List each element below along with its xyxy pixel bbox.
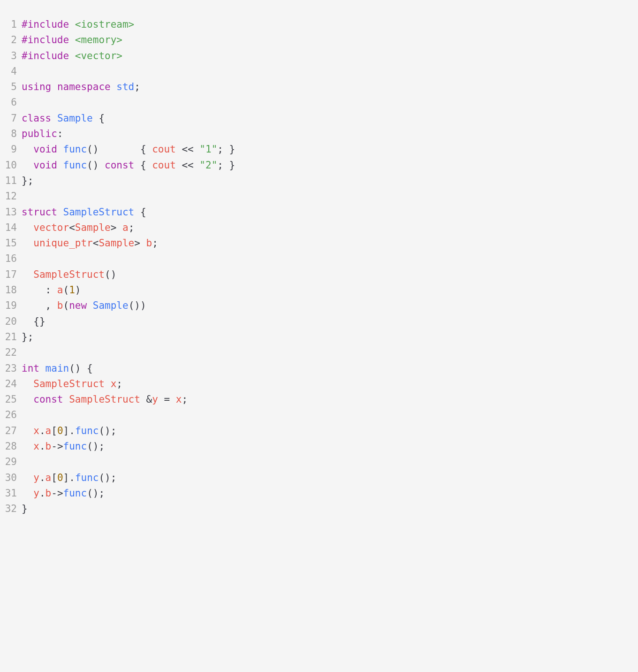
code-line: 1#include <iostream> [0, 17, 638, 32]
token-cls: std [116, 81, 134, 92]
token-str: <iostream> [75, 19, 134, 30]
token-pun: [ [51, 472, 57, 483]
token-pun: ]. [63, 425, 75, 436]
token-pun [22, 441, 33, 452]
token-var: a [46, 425, 52, 436]
code-content: #include <iostream> [22, 17, 638, 32]
token-var: b [46, 488, 52, 499]
code-content [22, 64, 638, 79]
code-line: 10 void func() const { cout << "2"; } [0, 158, 638, 173]
token-pun: {} [22, 316, 46, 327]
token-kw: public [22, 128, 57, 139]
line-number: 3 [0, 48, 22, 64]
token-kw: #include [22, 19, 69, 30]
code-line: 22 [0, 345, 638, 360]
code-content: #include <memory> [22, 32, 638, 48]
token-fn: main [46, 363, 69, 374]
token-pun [51, 113, 57, 124]
token-pun: ; } [217, 160, 235, 171]
code-line: 30 y.a[0].func(); [0, 470, 638, 486]
code-line: 7class Sample { [0, 111, 638, 126]
token-pun: ; [129, 222, 135, 233]
line-number: 25 [0, 392, 22, 407]
code-content: const SampleStruct &y = x; [22, 392, 638, 407]
line-number: 21 [0, 329, 22, 345]
token-pun: { [93, 113, 105, 124]
token-var: a [46, 472, 52, 483]
token-var: x [176, 394, 182, 405]
token-var: SampleStruct [33, 378, 105, 389]
token-pun: . [39, 425, 46, 436]
token-kw: #include [22, 50, 69, 61]
token-str: <memory> [75, 34, 122, 46]
token-pun [69, 50, 75, 61]
token-fn: func [75, 425, 99, 436]
code-content: x.a[0].func(); [22, 423, 638, 439]
code-line: 16 [0, 251, 638, 267]
token-var: b [57, 300, 63, 311]
token-var: b [46, 441, 52, 452]
code-content: void func() const { cout << "2"; } [22, 158, 638, 173]
code-line: 17 SampleStruct() [0, 267, 638, 283]
token-pun [69, 19, 75, 30]
line-number: 14 [0, 220, 22, 236]
token-var: SampleStruct [69, 394, 140, 405]
token-var: SampleStruct [33, 269, 105, 280]
line-number: 26 [0, 407, 22, 423]
token-pun: ; } [217, 144, 235, 155]
token-pun: ]. [63, 472, 75, 483]
code-line: 14 vector<Sample> a; [0, 220, 638, 236]
code-line: 6 [0, 95, 638, 110]
code-line: 18 : a(1) [0, 283, 638, 298]
token-kw: int [22, 363, 39, 374]
token-fn: func [63, 441, 87, 452]
token-num: 1 [69, 284, 75, 296]
code-line: 5using namespace std; [0, 79, 638, 95]
token-pun: }; [22, 331, 33, 343]
token-pun: << [176, 160, 200, 171]
token-var: cout [152, 144, 176, 155]
token-pun: < [93, 237, 99, 249]
token-pun: ; [152, 237, 158, 249]
code-content: }; [22, 173, 638, 189]
token-var: Sample [99, 237, 134, 249]
token-pun [22, 144, 33, 155]
token-pun: { [134, 206, 146, 218]
token-fn: func [63, 160, 87, 171]
code-content [22, 345, 638, 360]
token-pun: ) [75, 284, 81, 296]
token-var: a [122, 222, 129, 233]
token-cls: Sample [57, 113, 93, 124]
token-pun: ()) [129, 300, 146, 311]
token-pun [63, 394, 69, 405]
line-number: 29 [0, 454, 22, 470]
token-pun: ( [63, 284, 69, 296]
token-pun: << [176, 144, 200, 155]
token-pun: () [87, 160, 105, 171]
token-pun: }; [22, 175, 33, 186]
code-content [22, 454, 638, 470]
token-pun [69, 34, 75, 46]
code-line: 32} [0, 501, 638, 517]
token-pun: : [57, 128, 63, 139]
code-line: 2#include <memory> [0, 32, 638, 48]
line-number: 6 [0, 95, 22, 110]
token-var: cout [152, 160, 176, 171]
code-content: , b(new Sample()) [22, 298, 638, 313]
token-pun [22, 269, 33, 280]
line-number: 16 [0, 251, 22, 267]
code-line: 24 SampleStruct x; [0, 376, 638, 392]
token-pun [22, 394, 33, 405]
code-line: 27 x.a[0].func(); [0, 423, 638, 439]
line-number: 9 [0, 142, 22, 157]
code-line: 8public: [0, 126, 638, 142]
line-number: 12 [0, 189, 22, 204]
token-pun [22, 472, 33, 483]
line-number: 5 [0, 79, 22, 95]
code-content: void func() { cout << "1"; } [22, 142, 638, 157]
code-line: 4 [0, 64, 638, 79]
line-number: 22 [0, 345, 22, 360]
token-pun: ( [63, 300, 69, 311]
token-kw: #include [22, 34, 69, 46]
token-kw: new [69, 300, 87, 311]
